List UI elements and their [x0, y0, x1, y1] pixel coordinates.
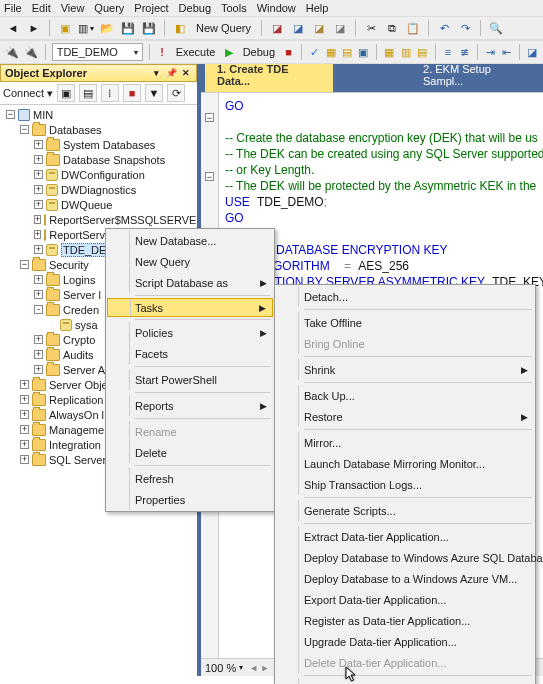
msg-icon[interactable]: ▥ [399, 43, 412, 61]
menu-item[interactable]: Delete [107, 442, 273, 463]
oe-filter-icon[interactable]: ▼ [145, 84, 163, 102]
new-dd-icon[interactable]: ▥ [77, 19, 95, 37]
menu-item[interactable]: Register as Data-tier Application... [276, 610, 534, 631]
database-combo[interactable]: TDE_DEMO▾ [52, 43, 143, 61]
debug-button[interactable]: Debug [239, 46, 279, 58]
menu-item[interactable]: Detach... [276, 286, 534, 307]
menu-item[interactable]: Take Offline [276, 312, 534, 333]
oe-refresh-icon[interactable]: ⟳ [167, 84, 185, 102]
results-text-icon[interactable]: ▣ [357, 43, 370, 61]
menu-item[interactable]: Tasks▶ [107, 298, 273, 317]
tab-ekm-setup[interactable]: 2. EKM Setup Sampl... [411, 64, 543, 92]
tree-node[interactable]: +ReportServer$MSSQLSERVER [4, 212, 197, 227]
menu-item[interactable]: Facets [107, 343, 273, 364]
save-all-icon[interactable]: 💾 [140, 19, 158, 37]
file-icon[interactable]: ▤ [415, 43, 428, 61]
menu-item[interactable]: Export Data-tier Application... [276, 589, 534, 610]
menu-item[interactable]: Policies▶ [107, 322, 273, 343]
cut-icon[interactable]: ✂ [362, 19, 380, 37]
open-icon[interactable]: 📂 [98, 19, 116, 37]
menu-file[interactable]: File [4, 2, 22, 14]
tree-node[interactable]: +System Databases [4, 137, 197, 152]
save-icon[interactable]: 💾 [119, 19, 137, 37]
find-icon[interactable]: 🔍 [487, 19, 505, 37]
menu-query[interactable]: Query [94, 2, 124, 14]
menu-item[interactable]: Ship Transaction Logs... [276, 474, 534, 495]
tree-node[interactable]: +Database Snapshots [4, 152, 197, 167]
specify-icon[interactable]: ◪ [526, 43, 539, 61]
outdent-icon[interactable]: ⇤ [500, 43, 513, 61]
t4-icon[interactable]: ◪ [331, 19, 349, 37]
t2-icon[interactable]: ◪ [289, 19, 307, 37]
menu-window[interactable]: Window [257, 2, 296, 14]
undo-icon[interactable]: ↶ [435, 19, 453, 37]
tab-create-tde[interactable]: 1. Create TDE Data... [205, 64, 333, 92]
menu-item[interactable]: Deploy Database to a Windows Azure VM... [276, 568, 534, 589]
new-query-button[interactable]: New Query [192, 22, 255, 34]
paste-icon[interactable]: 📋 [404, 19, 422, 37]
dropdown-icon[interactable]: ▾ [150, 67, 162, 79]
execute-icon[interactable]: ! [155, 43, 168, 61]
menu-item[interactable]: Launch Database Mirroring Monitor... [276, 453, 534, 474]
menu-item[interactable]: Reports▶ [107, 395, 273, 416]
connect-icon[interactable]: 🔌 [4, 43, 20, 61]
tree-node[interactable]: +DWQueue [4, 197, 197, 212]
tree-node[interactable]: −MIN [4, 107, 197, 122]
menu-help[interactable]: Help [306, 2, 329, 14]
redo-icon[interactable]: ↷ [456, 19, 474, 37]
menu-item[interactable]: Generate Scripts... [276, 500, 534, 521]
menu-item[interactable]: Properties [107, 489, 273, 510]
opt-icon[interactable]: ▤ [341, 43, 354, 61]
new-project-icon[interactable]: ▣ [56, 19, 74, 37]
fold-icon[interactable]: − [205, 113, 214, 122]
indent-icon[interactable]: ⇥ [484, 43, 497, 61]
menu-item[interactable]: Start PowerShell [107, 369, 273, 390]
fwd-icon[interactable]: ► [25, 19, 43, 37]
oe-stop-icon[interactable]: ■ [123, 84, 141, 102]
back-icon[interactable]: ◄ [4, 19, 22, 37]
pin-icon[interactable]: 📌 [165, 67, 177, 79]
t1-icon[interactable]: ◪ [268, 19, 286, 37]
menu-tools[interactable]: Tools [221, 2, 247, 14]
estplan-icon[interactable]: ▦ [324, 43, 337, 61]
menu-item[interactable]: Upgrade Data-tier Application... [276, 631, 534, 652]
menu-item[interactable]: New Database... [107, 230, 273, 251]
new-query-left-icon[interactable]: ◧ [171, 19, 189, 37]
menu-item[interactable]: Import Data... [276, 678, 534, 684]
menu-item[interactable]: Mirror... [276, 432, 534, 453]
close-icon[interactable]: ✕ [180, 67, 192, 79]
copy-icon[interactable]: ⧉ [383, 19, 401, 37]
oe-disconnect-icon[interactable]: ⁞ [101, 84, 119, 102]
menu-item[interactable]: Extract Data-tier Application... [276, 526, 534, 547]
connect-button[interactable]: Connect ▾ [3, 87, 53, 100]
menu-item[interactable]: Restore▶ [276, 406, 534, 427]
comment-icon[interactable]: ≡ [441, 43, 454, 61]
menu-debug[interactable]: Debug [179, 2, 211, 14]
tree-node[interactable]: −Databases [4, 122, 197, 137]
uncomment-icon[interactable]: ≢ [458, 43, 471, 61]
zoom-control[interactable]: 100 % ▾ [205, 662, 243, 674]
menu-item[interactable]: Shrink▶ [276, 359, 534, 380]
oe-btn1[interactable]: ▣ [57, 84, 75, 102]
change-conn-icon[interactable]: 🔌 [23, 43, 39, 61]
oe-btn2[interactable]: ▤ [79, 84, 97, 102]
menu-item[interactable]: Back Up... [276, 385, 534, 406]
tree-node[interactable]: +DWDiagnostics [4, 182, 197, 197]
menu-project[interactable]: Project [134, 2, 168, 14]
grid-icon[interactable]: ▦ [383, 43, 396, 61]
menu-item[interactable]: Refresh [107, 468, 273, 489]
context-menu-database[interactable]: New Database...New QueryScript Database … [105, 228, 275, 512]
execute-button[interactable]: Execute [172, 46, 220, 58]
context-menu-tasks[interactable]: Detach...Take OfflineBring OnlineShrink▶… [274, 284, 536, 684]
menu-edit[interactable]: Edit [32, 2, 51, 14]
menu-item[interactable]: Deploy Database to Windows Azure SQL Dat… [276, 547, 534, 568]
stop-icon[interactable]: ■ [282, 43, 295, 61]
menu-view[interactable]: View [61, 2, 85, 14]
tree-node[interactable]: +DWConfiguration [4, 167, 197, 182]
debug-icon[interactable]: ▶ [222, 43, 235, 61]
menu-item[interactable]: Script Database as▶ [107, 272, 273, 293]
menu-bar[interactable]: FileEditViewQueryProjectDebugToolsWindow… [0, 0, 543, 16]
fold-icon[interactable]: − [205, 172, 214, 181]
parse-icon[interactable]: ✓ [308, 43, 321, 61]
menu-item[interactable]: New Query [107, 251, 273, 272]
